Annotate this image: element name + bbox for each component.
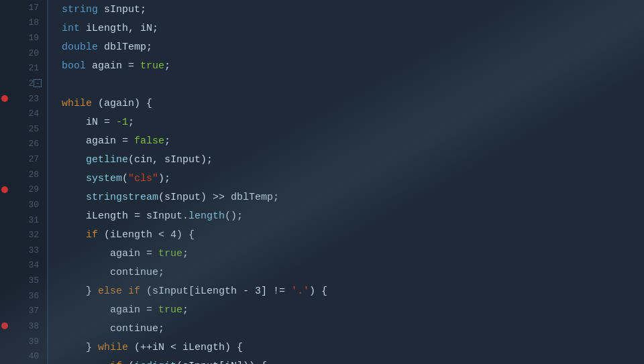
line-number: 34: [0, 258, 47, 274]
token-plain: iLength = sInput.: [86, 210, 189, 222]
code-editor: 171819202122-232425262728293031323334353…: [0, 0, 644, 364]
line-number: 24: [0, 106, 47, 121]
token-kw-ctrl: while: [98, 342, 128, 353]
fold-indicator[interactable]: -: [34, 79, 42, 87]
token-plain: ();: [225, 210, 243, 222]
line-number: 37: [0, 304, 47, 319]
line-number: 39: [0, 334, 47, 349]
code-line: while (again) {: [62, 94, 644, 113]
token-kw-ctrl: else if: [98, 286, 140, 297]
code-line: again = false;: [62, 131, 644, 150]
token-plain: iLength, iN;: [80, 23, 158, 34]
line-number: 26: [0, 137, 47, 152]
token-plain: again =: [110, 304, 158, 316]
token-kw-ctrl: if: [110, 361, 122, 365]
code-line: system("cls");: [62, 169, 644, 188]
line-number: 40: [0, 349, 47, 364]
code-line: again = true;: [62, 244, 644, 263]
token-fn: stringstream: [86, 192, 158, 203]
line-number: 33: [0, 243, 47, 258]
line-number: 28: [0, 167, 47, 182]
breakpoint-marker[interactable]: [1, 186, 8, 193]
line-number: 20: [0, 46, 47, 61]
code-line: stringstream(sInput) >> dblTemp;: [62, 188, 644, 206]
line-number-gutter: 171819202122-232425262728293031323334353…: [0, 0, 48, 364]
token-plain: ;: [182, 248, 189, 259]
token-plain: (: [122, 173, 128, 184]
token-plain: iN =: [86, 117, 116, 128]
token-val: true: [158, 248, 182, 259]
token-plain: dblTemp;: [98, 42, 152, 53]
token-plain: }: [86, 342, 98, 353]
line-number: 29: [0, 182, 47, 198]
line-number: 19: [0, 30, 47, 46]
token-plain: (sInput[iN])) {: [176, 361, 267, 365]
line-number: 25: [0, 121, 47, 137]
code-line: } else if (sInput[iLength - 3] != '.') {: [62, 282, 644, 300]
line-number: 17: [0, 0, 47, 15]
token-plain: ;: [164, 135, 170, 147]
token-val: true: [158, 304, 182, 316]
token-fn: system: [86, 173, 122, 184]
code-line: bool again = true;: [62, 56, 644, 75]
code-line: again = true;: [62, 300, 644, 319]
code-line: [62, 75, 644, 94]
token-plain: (iLength < 4) {: [98, 229, 195, 241]
token-plain: ;: [182, 304, 189, 316]
line-number: 36: [0, 288, 47, 304]
code-line: if (iLength < 4) {: [62, 225, 644, 244]
code-line: if (isdigit(sInput[iN])) {: [62, 357, 644, 364]
token-type: int: [62, 23, 80, 34]
line-number: 38: [0, 318, 47, 334]
line-number: 35: [0, 273, 47, 288]
token-plain: sInput;: [98, 4, 146, 15]
code-line: getline(cin, sInput);: [62, 150, 644, 169]
token-type: string: [62, 4, 98, 15]
token-plain: ;: [164, 60, 170, 72]
token-str: '.': [291, 286, 309, 297]
line-number: 22-: [0, 76, 47, 91]
token-plain: ;: [128, 117, 134, 128]
token-plain: (again) {: [92, 98, 152, 109]
token-plain: );: [158, 173, 170, 184]
token-kw-ctrl: if: [86, 229, 98, 241]
code-line: string sInput;: [62, 0, 644, 19]
line-number: 30: [0, 197, 47, 213]
token-val: true: [140, 60, 164, 72]
token-plain: (sInput[iLength - 3] !=: [140, 286, 291, 297]
token-fn: getline: [86, 154, 128, 166]
token-plain: (cin, sInput);: [128, 154, 213, 166]
token-plain: continue;: [110, 267, 164, 278]
token-plain: again =: [86, 60, 140, 72]
line-number: 23: [0, 91, 47, 107]
token-fn: length: [189, 210, 225, 222]
code-line: continue;: [62, 319, 644, 338]
token-plain: again =: [86, 135, 134, 147]
breakpoint-marker[interactable]: [1, 322, 8, 329]
line-number: 32: [0, 227, 47, 243]
token-type: bool: [62, 60, 86, 72]
token-plain: ) {: [309, 286, 327, 297]
token-num: -1: [116, 117, 128, 128]
line-number: 18: [0, 15, 47, 31]
code-line: iLength = sInput.length();: [62, 206, 644, 225]
code-line: } while (++iN < iLength) {: [62, 338, 644, 357]
token-plain: (sInput) >> dblTemp;: [158, 192, 279, 203]
code-line: iN = -1;: [62, 113, 644, 131]
token-plain: (: [122, 361, 134, 365]
token-val: false: [134, 135, 164, 147]
code-line: int iLength, iN;: [62, 19, 644, 38]
code-line: continue;: [62, 263, 644, 282]
line-number: 27: [0, 151, 47, 167]
token-type: double: [62, 42, 98, 53]
code-line: double dblTemp;: [62, 38, 644, 56]
token-plain: }: [86, 286, 98, 297]
line-number: 31: [0, 213, 47, 228]
token-kw-ctrl: while: [62, 98, 92, 109]
token-plain: continue;: [110, 323, 164, 335]
line-number: 21: [0, 61, 47, 76]
token-plain: again =: [110, 248, 158, 259]
breakpoint-marker[interactable]: [1, 95, 8, 102]
code-content[interactable]: string sInput;int iLength, iN;double dbl…: [48, 0, 644, 364]
token-plain: (++iN < iLength) {: [128, 342, 243, 353]
